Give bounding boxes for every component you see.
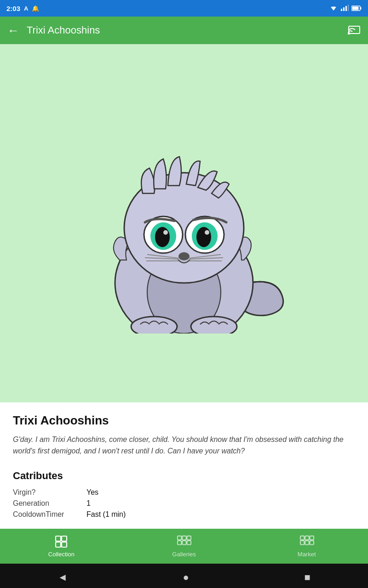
- content-area: Trixi Achooshins G'day. I am Trixi Achoo…: [0, 402, 368, 529]
- svg-point-29: [131, 317, 177, 334]
- catributes-title: Catributes: [13, 470, 355, 482]
- catribute-generation: Generation 1: [13, 499, 355, 508]
- galleries-icon: [177, 534, 191, 549]
- cat-image: [74, 113, 294, 334]
- nav-item-market[interactable]: Market: [245, 534, 368, 558]
- svg-rect-32: [62, 536, 67, 541]
- battery-icon: [351, 5, 362, 12]
- svg-rect-3: [343, 7, 345, 11]
- svg-point-18: [155, 227, 170, 247]
- catribute-virgin: Virgin? Yes: [13, 488, 355, 497]
- catribute-generation-value: 1: [86, 499, 91, 508]
- svg-rect-42: [305, 536, 309, 540]
- catribute-cooldown: CooldownTimer Fast (1 min): [13, 510, 355, 519]
- svg-rect-4: [345, 6, 347, 11]
- svg-rect-37: [187, 536, 191, 540]
- market-icon: [299, 534, 314, 549]
- svg-rect-5: [348, 5, 349, 11]
- svg-rect-9: [349, 26, 360, 34]
- svg-rect-8: [361, 7, 362, 9]
- notification-icon: 🔔: [32, 5, 39, 12]
- app-bar-title: Trixi Achooshins: [27, 24, 348, 36]
- svg-rect-46: [310, 541, 313, 544]
- nav-collection-label: Collection: [48, 551, 75, 558]
- svg-rect-39: [182, 541, 186, 544]
- home-system-button[interactable]: ●: [183, 571, 189, 583]
- nav-item-collection[interactable]: Collection: [0, 534, 123, 558]
- cat-image-area: [0, 44, 368, 402]
- svg-point-20: [163, 230, 168, 235]
- catribute-virgin-label: Virgin?: [13, 488, 86, 497]
- nav-market-label: Market: [298, 551, 316, 558]
- back-button[interactable]: ←: [7, 24, 19, 36]
- svg-rect-44: [300, 541, 304, 544]
- svg-rect-38: [178, 541, 181, 544]
- svg-point-22: [178, 252, 190, 260]
- nav-galleries-label: Galleries: [172, 551, 196, 558]
- system-nav: ◄ ● ■: [0, 564, 368, 588]
- svg-point-10: [348, 33, 350, 34]
- svg-rect-45: [305, 541, 309, 544]
- catribute-cooldown-value: Fast (1 min): [86, 510, 126, 519]
- svg-rect-35: [178, 536, 181, 540]
- svg-point-19: [196, 227, 211, 247]
- svg-rect-2: [341, 9, 342, 11]
- cat-description: G'day. I am Trixi Achooshins, come close…: [13, 434, 355, 457]
- svg-rect-36: [182, 536, 186, 540]
- catribute-virgin-value: Yes: [86, 488, 98, 497]
- status-bar: 2:03 A 🔔: [0, 0, 368, 17]
- catribute-generation-label: Generation: [13, 499, 86, 508]
- svg-rect-7: [352, 6, 359, 10]
- nav-item-galleries[interactable]: Galleries: [123, 534, 246, 558]
- svg-rect-33: [56, 542, 61, 547]
- cast-button[interactable]: [348, 23, 361, 37]
- status-time: 2:03: [6, 5, 20, 12]
- svg-rect-41: [300, 536, 304, 540]
- accessibility-icon: A: [24, 5, 28, 12]
- svg-point-21: [205, 230, 209, 235]
- signal-icon: [340, 5, 349, 12]
- svg-rect-34: [62, 542, 67, 547]
- svg-rect-40: [187, 541, 191, 544]
- bottom-nav: Collection Galleries: [0, 529, 368, 564]
- recent-system-button[interactable]: ■: [304, 571, 310, 583]
- svg-rect-43: [310, 536, 313, 540]
- collection-icon: [54, 534, 69, 549]
- wifi-icon: [329, 5, 338, 12]
- svg-rect-31: [56, 536, 61, 541]
- cat-name: Trixi Achooshins: [13, 413, 355, 428]
- back-system-button[interactable]: ◄: [58, 571, 68, 583]
- catribute-cooldown-label: CooldownTimer: [13, 510, 86, 519]
- svg-point-30: [191, 317, 237, 334]
- app-bar: ← Trixi Achooshins: [0, 17, 368, 44]
